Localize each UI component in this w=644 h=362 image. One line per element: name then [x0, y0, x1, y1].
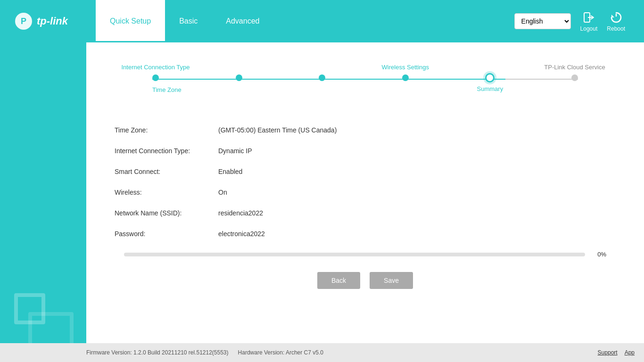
label-timezone: Time Zone:: [115, 126, 218, 134]
value-ssid: residencia2022: [218, 209, 263, 217]
support-link[interactable]: Support: [598, 349, 618, 356]
logout-button[interactable]: Logout: [580, 11, 598, 32]
firmware-value: 1.2.0 Build 20211210 rel.51212(5553): [133, 349, 229, 356]
header: P tp-link Quick Setup Basic Advanced Eng…: [0, 0, 644, 42]
step-dot-4: [402, 74, 409, 81]
value-password: electronica2022: [218, 230, 265, 238]
label-ssid: Network Name (SSID):: [115, 209, 218, 217]
step-dot-2: [236, 74, 242, 81]
step-internet-label: Internet Connection Type: [121, 64, 190, 71]
step-2: [236, 74, 242, 81]
form-row-wireless: Wireless: On: [115, 189, 616, 196]
reboot-label: Reboot: [607, 25, 625, 32]
form-row-smartconnect: Smart Connect: Enabled: [115, 168, 616, 175]
back-button[interactable]: Back: [317, 272, 360, 289]
form-row-timezone: Time Zone: (GMT-05:00) Eastern Time (US …: [115, 126, 616, 134]
svg-marker-4: [611, 15, 614, 17]
step-internet: Internet Connection Type: [152, 74, 159, 81]
header-right: English Chinese Spanish French Logout Re…: [514, 11, 635, 32]
logout-icon: [582, 11, 595, 24]
value-timezone: (GMT-05:00) Eastern Time (US Canada): [218, 126, 337, 134]
logo-text: tp-link: [37, 15, 68, 27]
form-row-connection: Internet Connection Type: Dynamic IP: [115, 147, 616, 155]
step-cloud-label: TP-Link Cloud Service: [544, 64, 605, 71]
hardware-info: Hardware Version: Archer C7 v5.0: [238, 349, 323, 356]
value-wireless: On: [218, 189, 227, 196]
main-content: Internet Connection Type Wireless Settin…: [86, 42, 644, 343]
footer: Firmware Version: 1.2.0 Build 20211210 r…: [0, 343, 644, 362]
step-cloud: TP-Link Cloud Service: [571, 74, 578, 81]
logout-label: Logout: [580, 25, 598, 32]
tab-basic[interactable]: Basic: [165, 0, 212, 42]
form-row-password: Password: electronica2022: [115, 230, 616, 238]
form-row-ssid: Network Name (SSID): residencia2022: [115, 209, 616, 217]
step-dot-3: [319, 74, 325, 81]
footer-right: Support App: [598, 349, 635, 356]
reboot-button[interactable]: Reboot: [607, 11, 625, 32]
step-dot-inactive: [571, 74, 578, 81]
bg-left-decor: [0, 0, 86, 362]
svg-text:P: P: [21, 16, 26, 26]
hardware-label: Hardware Version:: [238, 349, 285, 356]
firmware-label: Firmware Version:: [86, 349, 132, 356]
value-connection: Dynamic IP: [218, 147, 252, 155]
language-select[interactable]: English Chinese Spanish French: [514, 13, 571, 29]
label-wireless: Wireless:: [115, 189, 218, 196]
label-connection: Internet Connection Type:: [115, 147, 218, 155]
step-3: [319, 74, 325, 81]
step-dot-current: [485, 73, 495, 82]
firmware-info: Firmware Version: 1.2.0 Build 20211210 r…: [86, 349, 229, 356]
step-bottom-labels: Time Zone: [152, 82, 578, 93]
step-summary: Summary: [485, 73, 495, 82]
tp-link-logo-icon: P: [14, 12, 33, 31]
footer-left: Firmware Version: 1.2.0 Build 20211210 r…: [86, 349, 323, 356]
form-content: Time Zone: (GMT-05:00) Eastern Time (US …: [105, 122, 625, 294]
progress-bar-track: [124, 253, 585, 256]
step-wireless-label: Wireless Settings: [382, 64, 429, 71]
label-password: Password:: [115, 230, 218, 238]
tab-quick-setup[interactable]: Quick Setup: [96, 0, 165, 42]
time-zone-step-label: Time Zone: [152, 86, 182, 93]
logo-area: P tp-link: [9, 12, 96, 31]
app-link[interactable]: App: [625, 349, 635, 356]
nav-tabs: Quick Setup Basic Advanced: [96, 0, 514, 42]
step-wireless: Wireless Settings: [402, 74, 409, 81]
hardware-value: Archer C7 v5.0: [286, 349, 323, 356]
steps-row: Internet Connection Type Wireless Settin…: [152, 73, 578, 82]
progress-percent: 0%: [590, 251, 606, 258]
stepper: Internet Connection Type Wireless Settin…: [105, 57, 625, 107]
button-row: Back Save: [115, 272, 616, 289]
step-dot-1: [152, 74, 159, 81]
value-smartconnect: Enabled: [218, 168, 242, 175]
label-smartconnect: Smart Connect:: [115, 168, 218, 175]
progress-bar-container: 0%: [124, 251, 606, 258]
tab-advanced[interactable]: Advanced: [212, 0, 273, 42]
reboot-icon: [610, 11, 623, 24]
save-button[interactable]: Save: [370, 272, 413, 289]
